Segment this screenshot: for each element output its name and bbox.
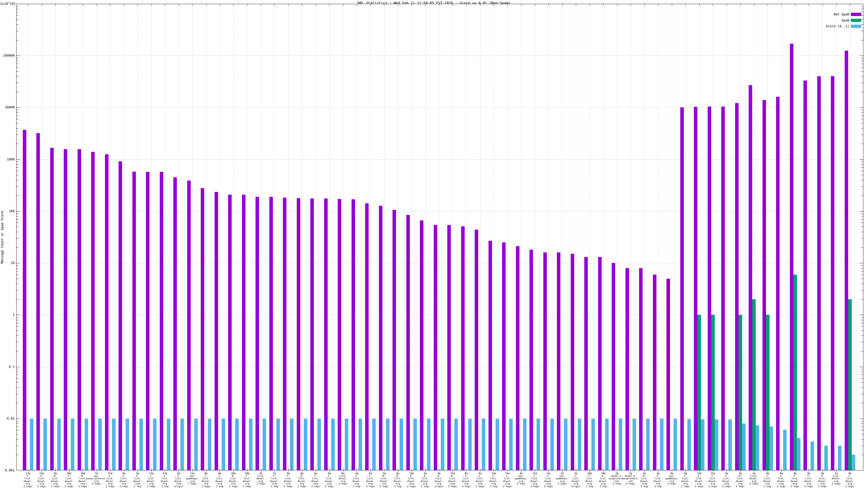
x-tick-top — [836, 4, 837, 6]
x-gridline — [411, 4, 412, 470]
x-tick-top — [247, 4, 247, 6]
y-minor-tick-left — [17, 164, 19, 165]
y-minor-tick-left — [17, 403, 19, 403]
bar-score — [386, 419, 390, 470]
x-gridline — [480, 4, 480, 470]
bar-not-spam — [653, 274, 656, 470]
bar-not-spam — [50, 148, 54, 470]
y-minor-tick-left — [17, 284, 19, 284]
bar-score — [550, 419, 554, 470]
y-minor-tick-right — [861, 64, 863, 64]
y-major-tick-right — [860, 367, 863, 367]
y-minor-tick-left — [17, 439, 19, 440]
x-gridline — [384, 4, 384, 470]
x-gridline — [836, 4, 837, 470]
bar-not-spam — [297, 198, 300, 470]
x-tick-bottom — [234, 468, 234, 470]
y-major-tick-right — [860, 211, 863, 212]
x-tick-top — [425, 4, 426, 6]
bar-not-spam — [406, 215, 410, 470]
x-tick-outer — [384, 470, 384, 471]
y-minor-tick-right — [861, 119, 863, 119]
x-gridline — [28, 4, 28, 470]
x-gridline — [466, 4, 467, 470]
y-minor-tick-right — [861, 265, 863, 266]
x-tick-top — [658, 4, 658, 6]
y-minor-tick-left — [17, 71, 19, 72]
x-tick-top — [165, 4, 165, 6]
y-minor-tick-left — [17, 187, 19, 187]
bar-not-spam — [763, 100, 766, 470]
bar-not-spam — [36, 133, 40, 470]
x-tick-outer — [781, 470, 782, 471]
bar-score — [126, 419, 129, 470]
x-tick-top — [507, 4, 508, 6]
x-gridline — [521, 4, 521, 470]
bar-score — [619, 419, 622, 470]
bar-score — [290, 419, 293, 470]
x-tick-bottom — [151, 468, 152, 470]
bar-score — [632, 419, 636, 470]
y-minor-tick-left — [17, 12, 19, 12]
x-tick-outer — [672, 470, 672, 471]
x-tick-top — [521, 4, 521, 6]
x-tick-top — [576, 4, 576, 6]
x-tick-outer — [617, 470, 617, 471]
x-tick-outer — [685, 470, 686, 471]
y-minor-tick-left — [17, 116, 19, 116]
bar-not-spam — [91, 152, 95, 470]
x-tick-bottom — [535, 468, 535, 470]
x-tick-bottom — [603, 468, 603, 470]
x-tick-outer — [69, 470, 69, 471]
bar-spam — [752, 299, 756, 470]
bar-not-spam — [365, 203, 369, 470]
x-tick-outer — [42, 470, 42, 471]
x-tick-outer — [192, 470, 193, 471]
x-tick-bottom — [206, 468, 207, 470]
x-tick-bottom — [302, 468, 302, 470]
y-minor-tick-left — [17, 326, 19, 327]
bar-score — [30, 419, 33, 470]
x-gridline — [69, 4, 69, 470]
bar-score — [591, 419, 595, 470]
bar-score — [578, 419, 581, 470]
y-tick-label: 100 — [0, 209, 14, 213]
bar-not-spam — [379, 206, 382, 470]
bar-score — [43, 419, 47, 470]
x-tick-outer — [795, 470, 795, 471]
x-tick-top — [603, 4, 603, 6]
y-major-tick-right — [860, 263, 863, 263]
y-minor-tick-right — [861, 335, 863, 336]
x-tick-top — [768, 4, 768, 6]
legend-swatch-not-spam — [851, 13, 861, 16]
x-tick-top — [480, 4, 480, 6]
x-tick-outer — [234, 470, 234, 471]
x-tick-outer — [110, 470, 111, 471]
x-tick-outer — [521, 470, 521, 471]
y-minor-tick-left — [17, 76, 19, 76]
x-tick-outer — [466, 470, 467, 471]
y-minor-tick-right — [861, 123, 863, 123]
y-minor-tick-right — [861, 426, 863, 427]
bar-spam — [698, 315, 701, 470]
y-minor-tick-left — [17, 64, 19, 64]
bar-score — [345, 419, 348, 470]
bar-not-spam — [119, 161, 122, 470]
x-tick-outer — [576, 470, 576, 471]
bar-not-spam — [502, 242, 506, 470]
bar-not-spam — [557, 252, 560, 470]
legend-label-spam: Spam — [841, 19, 849, 22]
bar-score — [153, 419, 156, 470]
x-tick-bottom — [69, 468, 69, 470]
bar-score — [413, 419, 417, 470]
bar-score — [728, 419, 732, 470]
x-tick-bottom — [398, 468, 398, 470]
bar-score — [797, 438, 801, 470]
y-minor-tick-left — [17, 31, 19, 31]
y-minor-tick-left — [17, 446, 19, 446]
y-tick-label: 100000 — [0, 54, 14, 58]
y-minor-tick-right — [861, 31, 863, 31]
x-tick-label-line: 2 hops — [811, 485, 834, 488]
y-minor-tick-left — [17, 195, 19, 196]
x-tick-bottom — [617, 468, 617, 470]
